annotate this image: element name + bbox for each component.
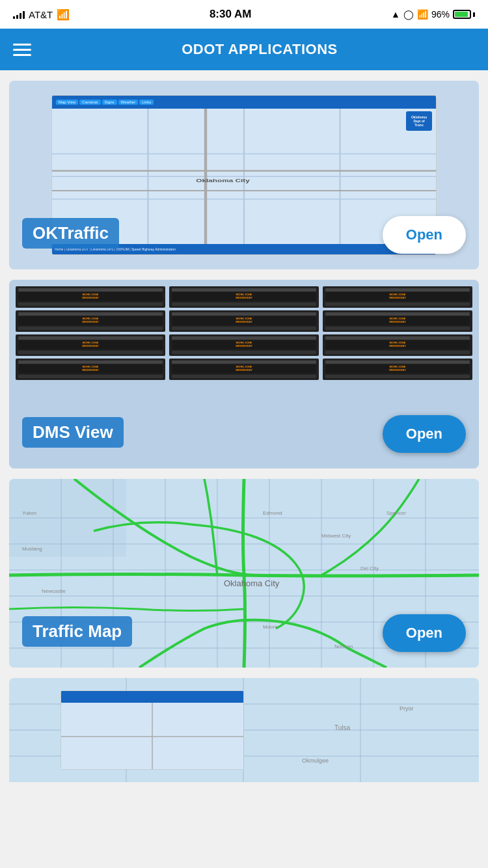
dms-sign-header: [172, 360, 316, 364]
svg-text:Okmulgee: Okmulgee: [302, 757, 329, 764]
svg-text:Mustang: Mustang: [22, 546, 42, 552]
dms-sign-10: WORK ZONEWEDNESDAY: [323, 310, 472, 332]
dms-sign-text: WORK ZONEWEDNESDAY: [325, 340, 470, 349]
dms-sign-text: WORK ZONEWEDNESDAY: [18, 364, 163, 373]
svg-text:Norman: Norman: [334, 644, 353, 649]
cards-container: Map View Cameras Signs Weather Links: [0, 70, 488, 793]
dms-sign-text: WORK ZONEWEDNESDAY: [18, 340, 163, 349]
oktraffic-tabs: Map View Cameras Signs Weather Links: [56, 100, 154, 105]
fourth-card-preview: Tulsa Pryor Okmulgee: [9, 678, 479, 782]
dms-card: WORK ZONEWEDNESDAY WORK ZONEWEDNESDAY WO…: [9, 280, 479, 468]
dms-sign-header: [325, 336, 470, 340]
status-right: ▲ ◯ 📶 96%: [391, 9, 475, 20]
dms-sign-1: WORK ZONEWEDNESDAY: [16, 286, 165, 308]
dms-sign-8: WORK ZONEWEDNESDAY: [169, 359, 319, 380]
dms-sign-11: WORK ZONEWEDNESDAY: [323, 334, 472, 356]
dms-open-button[interactable]: Open: [383, 415, 466, 453]
dms-timestamp: [18, 375, 163, 378]
dms-sign-text: WORK ZONEWEDNESDAY: [172, 340, 316, 349]
navigation-icon: ▲: [391, 9, 400, 20]
dms-sign-header: [18, 360, 163, 364]
dms-sign-7: WORK ZONEWEDNESDAY: [169, 334, 319, 356]
dms-sign-9: WORK ZONEWEDNESDAY: [323, 286, 472, 308]
dms-sign-6: WORK ZONEWEDNESDAY: [169, 310, 319, 332]
dms-sign-text: WORK ZONEWEDNESDAY: [325, 292, 470, 301]
alarm-icon: ◯: [403, 9, 414, 20]
dms-timestamp: [18, 327, 163, 330]
dms-message: WORK ZONEWEDNESDAY: [82, 366, 99, 372]
svg-rect-45: [61, 691, 243, 703]
fourth-card-map-svg: Tulsa Pryor Okmulgee: [9, 678, 479, 782]
dms-sign-12: WORK ZONEWEDNESDAY: [323, 359, 472, 380]
dms-column-2: WORK ZONEWEDNESDAY WORK ZONEWEDNESDAY WO…: [169, 286, 319, 462]
svg-text:Pryor: Pryor: [400, 705, 414, 712]
svg-text:Del City: Del City: [360, 565, 379, 571]
svg-text:Midwest City: Midwest City: [321, 533, 351, 539]
svg-text:Spencer: Spencer: [386, 510, 406, 516]
dms-sign-header: [172, 312, 316, 316]
dms-sign-text: WORK ZONEWEDNESDAY: [172, 316, 316, 325]
dms-message: WORK ZONEWEDNESDAY: [389, 342, 406, 348]
carrier-label: AT&T: [29, 9, 53, 20]
svg-text:Moore: Moore: [263, 624, 278, 630]
tab-links: Links: [139, 100, 154, 105]
dms-message: WORK ZONEWEDNESDAY: [82, 318, 99, 324]
traffic-map-open-button[interactable]: Open: [383, 614, 466, 652]
dms-sign-header: [18, 288, 163, 292]
fourth-card: Tulsa Pryor Okmulgee: [9, 678, 479, 782]
dms-sign-text: WORK ZONEWEDNESDAY: [325, 364, 470, 373]
dms-sign-text: WORK ZONEWEDNESDAY: [172, 364, 316, 373]
traffic-map-label: Traffic Map: [22, 616, 132, 647]
dms-timestamp: [325, 375, 470, 378]
oktraffic-label: OKTraffic: [22, 218, 119, 249]
odot-logo: OklahomaDept ofTrans: [406, 111, 432, 131]
dms-label: DMS View: [22, 417, 124, 448]
svg-text:Tulsa: Tulsa: [334, 724, 351, 731]
odot-logo-text: OklahomaDept ofTrans: [411, 115, 427, 127]
svg-text:Edmond: Edmond: [263, 510, 282, 516]
dms-sign-header: [325, 312, 470, 316]
dms-timestamp: [172, 351, 316, 354]
dms-sign-header: [172, 288, 316, 292]
tab-cameras: Cameras: [79, 100, 100, 105]
app-title: ODOT APPLICATIONS: [44, 41, 475, 58]
dms-timestamp: [172, 303, 316, 306]
oktraffic-topbar: Map View Cameras Signs Weather Links: [52, 96, 436, 109]
dms-message: WORK ZONEWEDNESDAY: [82, 342, 99, 348]
battery-indicator: [453, 10, 475, 19]
dms-message: WORK ZONEWEDNESDAY: [236, 342, 252, 348]
oktraffic-open-button[interactable]: Open: [383, 216, 466, 254]
dms-sign-text: WORK ZONEWEDNESDAY: [172, 292, 316, 301]
dms-sign-2: WORK ZONEWEDNESDAY: [16, 310, 165, 332]
dms-sign-text: WORK ZONEWEDNESDAY: [325, 316, 470, 325]
dms-timestamp: [325, 351, 470, 354]
hamburger-menu-button[interactable]: [13, 44, 31, 56]
dms-sign-5: WORK ZONEWEDNESDAY: [169, 286, 319, 308]
dms-timestamp: [172, 375, 316, 378]
top-nav: ODOT APPLICATIONS: [0, 29, 488, 70]
bluetooth-icon: 📶: [417, 9, 428, 20]
traffic-map-card: Oklahoma City Yukon Mustang Midwest City…: [9, 479, 479, 668]
status-left: AT&T 📶: [13, 8, 70, 21]
oktraffic-card: Map View Cameras Signs Weather Links: [9, 81, 479, 269]
dms-sign-4: WORK ZONEWEDNESDAY: [16, 359, 165, 380]
time-label: 8:30 AM: [210, 8, 252, 21]
svg-text:Oklahoma City: Oklahoma City: [224, 578, 280, 588]
dms-timestamp: [18, 351, 163, 354]
dms-message: WORK ZONEWEDNESDAY: [236, 366, 252, 372]
dms-sign-3: WORK ZONEWEDNESDAY: [16, 334, 165, 356]
wifi-icon: 📶: [57, 8, 70, 21]
svg-text:Newcastle: Newcastle: [42, 588, 66, 594]
svg-text:Yukon: Yukon: [22, 510, 36, 516]
dms-timestamp: [325, 303, 470, 306]
dms-message: WORK ZONEWEDNESDAY: [389, 293, 406, 300]
dms-message: WORK ZONEWEDNESDAY: [82, 293, 99, 300]
dms-message: WORK ZONEWEDNESDAY: [236, 318, 252, 324]
dms-timestamp: [325, 327, 470, 330]
dms-sign-header: [325, 360, 470, 364]
dms-sign-header: [172, 336, 316, 340]
tab-weather: Weather: [118, 100, 139, 105]
dms-sign-text: WORK ZONEWEDNESDAY: [18, 292, 163, 301]
tab-mapview: Map View: [56, 100, 78, 105]
battery-percent: 96%: [431, 9, 450, 20]
